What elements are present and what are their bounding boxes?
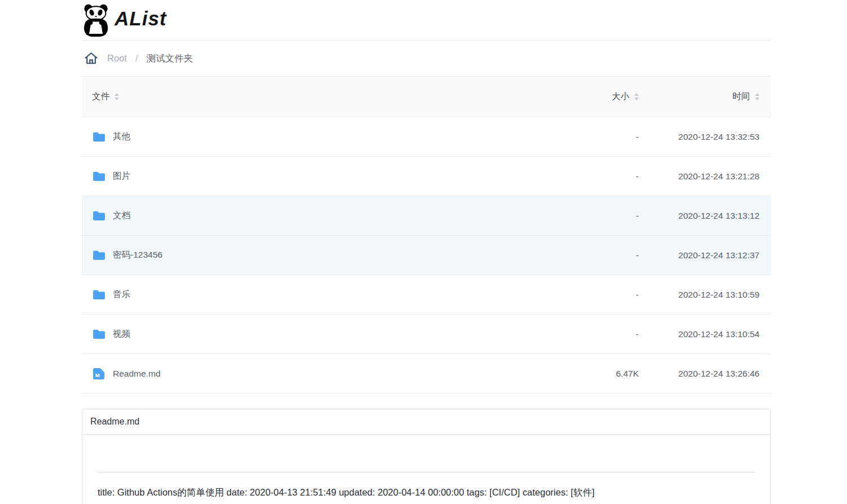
file-name: 音乐	[113, 289, 130, 300]
file-time: 2020-12-24 13:10:59	[639, 290, 760, 300]
file-row[interactable]: M 音乐 - 2020-12-24 13:10:59	[82, 275, 771, 315]
home-icon[interactable]	[84, 51, 99, 66]
sort-caret-icon[interactable]	[634, 93, 639, 100]
svg-text:M: M	[95, 372, 100, 378]
markdown-file-icon: M	[92, 368, 106, 380]
file-name: 密码-123456	[113, 249, 163, 261]
readme-card-body: title: Github Actions的简单使用 date: 2020-04…	[82, 435, 770, 504]
file-size: -	[526, 250, 639, 260]
file-name: 图片	[113, 170, 130, 182]
column-label-time: 时间	[732, 91, 750, 103]
column-header-size[interactable]: 大小	[612, 91, 639, 103]
column-label-size: 大小	[612, 91, 629, 103]
file-time: 2020-12-24 13:26:46	[639, 369, 760, 379]
app-title: AList	[115, 7, 167, 33]
readme-preview-card: Readme.md title: Github Actions的简单使用 dat…	[82, 409, 771, 504]
folder-icon	[92, 329, 106, 339]
page-container: AList Root / 测试文件夹 文件 大小	[82, 0, 771, 504]
panda-icon	[82, 4, 110, 37]
file-row[interactable]: M Readme.md 6.47K 2020-12-24 13:26:46	[82, 354, 771, 394]
column-header-file[interactable]: 文件	[92, 91, 119, 103]
folder-icon	[92, 289, 106, 300]
file-name: Readme.md	[113, 369, 160, 379]
markdown-divider	[98, 472, 755, 472]
column-header-time[interactable]: 时间	[732, 91, 760, 103]
breadcrumb: Root / 测试文件夹	[82, 41, 771, 77]
file-name: 文档	[113, 210, 130, 222]
readme-card-title: Readme.md	[82, 409, 770, 435]
folder-icon	[92, 250, 106, 260]
sort-caret-icon[interactable]	[755, 93, 760, 100]
file-size: 6.47K	[526, 369, 639, 379]
file-row[interactable]: M 其他 - 2020-12-24 13:32:53	[82, 117, 771, 157]
file-row[interactable]: M 图片 - 2020-12-24 13:21:28	[82, 157, 771, 196]
breadcrumb-current: 测试文件夹	[146, 52, 193, 65]
breadcrumb-root[interactable]: Root	[107, 53, 127, 64]
file-name: 其他	[113, 131, 130, 143]
file-size: -	[526, 290, 639, 300]
file-size: -	[526, 211, 639, 221]
folder-icon	[92, 210, 106, 221]
file-time: 2020-12-24 13:13:12	[639, 211, 760, 221]
file-table-header: 文件 大小 时间	[82, 77, 771, 117]
file-time: 2020-12-24 13:10:54	[639, 329, 760, 339]
file-time: 2020-12-24 13:21:28	[639, 171, 760, 182]
app-logo[interactable]: AList	[82, 4, 167, 37]
file-row[interactable]: M 文档 - 2020-12-24 13:13:12	[82, 196, 771, 236]
file-name: 视频	[113, 328, 130, 340]
top-bar: AList	[82, 0, 771, 41]
file-row[interactable]: M 密码-123456 - 2020-12-24 13:12:37	[82, 236, 771, 275]
file-row[interactable]: M 视频 - 2020-12-24 13:10:54	[82, 315, 771, 354]
file-size: -	[526, 132, 639, 142]
breadcrumb-separator: /	[135, 53, 138, 64]
column-label-file: 文件	[92, 91, 109, 103]
sort-caret-icon[interactable]	[115, 93, 119, 100]
markdown-content: title: Github Actions的简单使用 date: 2020-04…	[98, 485, 755, 499]
file-time: 2020-12-24 13:32:53	[639, 132, 760, 142]
folder-icon	[92, 171, 106, 182]
file-time: 2020-12-24 13:12:37	[639, 250, 760, 260]
file-size: -	[526, 171, 639, 182]
file-table-body: M 其他 - 2020-12-24 13:32:53	[82, 117, 771, 394]
file-size: -	[526, 329, 639, 339]
folder-icon	[92, 131, 106, 142]
